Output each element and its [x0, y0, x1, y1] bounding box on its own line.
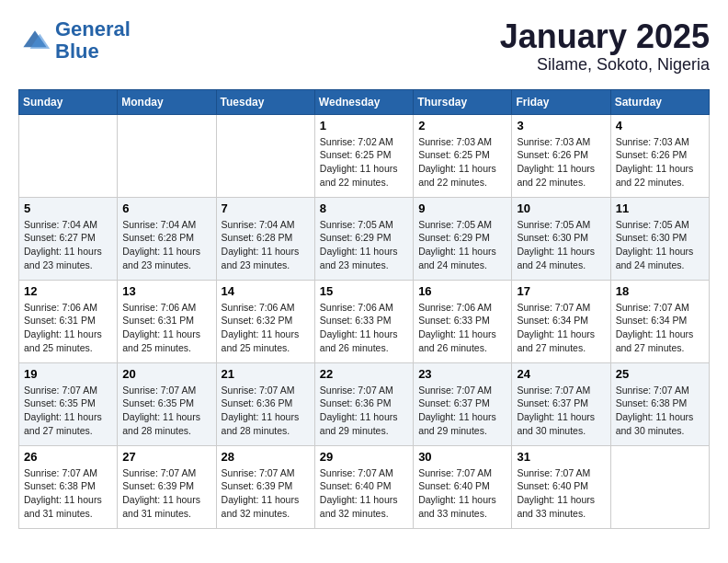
calendar-cell	[118, 114, 216, 197]
day-info: Sunrise: 7:07 AM Sunset: 6:36 PM Dayligh…	[320, 384, 408, 438]
day-number: 10	[517, 201, 605, 215]
day-info: Sunrise: 7:07 AM Sunset: 6:38 PM Dayligh…	[616, 384, 704, 438]
calendar-cell: 8Sunrise: 7:05 AM Sunset: 6:29 PM Daylig…	[314, 197, 413, 280]
calendar-subtitle: Silame, Sokoto, Nigeria	[500, 55, 710, 75]
day-number: 31	[517, 450, 605, 464]
day-info: Sunrise: 7:07 AM Sunset: 6:39 PM Dayligh…	[222, 466, 310, 521]
day-info: Sunrise: 7:06 AM Sunset: 6:33 PM Dayligh…	[418, 301, 506, 355]
day-info: Sunrise: 7:04 AM Sunset: 6:27 PM Dayligh…	[24, 218, 112, 272]
calendar-cell: 15Sunrise: 7:06 AM Sunset: 6:33 PM Dayli…	[314, 280, 413, 362]
day-number: 16	[418, 284, 506, 298]
calendar-cell	[216, 114, 314, 197]
calendar-week-3: 12Sunrise: 7:06 AM Sunset: 6:31 PM Dayli…	[19, 280, 710, 362]
day-info: Sunrise: 7:07 AM Sunset: 6:40 PM Dayligh…	[418, 466, 506, 521]
day-number: 3	[517, 119, 605, 132]
calendar-cell: 1Sunrise: 7:02 AM Sunset: 6:25 PM Daylig…	[314, 114, 413, 197]
day-info: Sunrise: 7:07 AM Sunset: 6:34 PM Dayligh…	[517, 301, 605, 355]
day-number: 28	[222, 450, 310, 464]
day-info: Sunrise: 7:07 AM Sunset: 6:35 PM Dayligh…	[122, 384, 210, 438]
calendar-cell: 22Sunrise: 7:07 AM Sunset: 6:36 PM Dayli…	[314, 362, 413, 445]
calendar-cell: 5Sunrise: 7:04 AM Sunset: 6:27 PM Daylig…	[19, 197, 118, 280]
day-number: 22	[320, 367, 408, 381]
day-info: Sunrise: 7:07 AM Sunset: 6:39 PM Dayligh…	[122, 466, 210, 521]
weekday-header-saturday: Saturday	[610, 89, 709, 114]
calendar-title: January 2025	[500, 18, 710, 55]
calendar-cell: 14Sunrise: 7:06 AM Sunset: 6:32 PM Dayli…	[216, 280, 314, 362]
day-info: Sunrise: 7:03 AM Sunset: 6:25 PM Dayligh…	[418, 135, 506, 190]
calendar-cell: 4Sunrise: 7:03 AM Sunset: 6:26 PM Daylig…	[610, 114, 709, 197]
day-info: Sunrise: 7:07 AM Sunset: 6:40 PM Dayligh…	[517, 466, 605, 521]
calendar-week-1: 1Sunrise: 7:02 AM Sunset: 6:25 PM Daylig…	[19, 114, 710, 197]
day-info: Sunrise: 7:07 AM Sunset: 6:37 PM Dayligh…	[418, 384, 506, 438]
calendar-cell: 17Sunrise: 7:07 AM Sunset: 6:34 PM Dayli…	[512, 280, 610, 362]
day-number: 26	[24, 450, 112, 464]
calendar-cell: 16Sunrise: 7:06 AM Sunset: 6:33 PM Dayli…	[414, 280, 512, 362]
day-number: 19	[24, 367, 112, 381]
day-number: 1	[320, 119, 408, 132]
calendar-header: SundayMondayTuesdayWednesdayThursdayFrid…	[19, 89, 710, 114]
day-number: 25	[616, 367, 704, 381]
calendar-cell: 24Sunrise: 7:07 AM Sunset: 6:37 PM Dayli…	[512, 362, 610, 445]
weekday-header-row: SundayMondayTuesdayWednesdayThursdayFrid…	[19, 89, 710, 114]
calendar-cell	[19, 114, 118, 197]
calendar-cell: 13Sunrise: 7:06 AM Sunset: 6:31 PM Dayli…	[118, 280, 216, 362]
day-info: Sunrise: 7:06 AM Sunset: 6:31 PM Dayligh…	[122, 301, 210, 355]
day-info: Sunrise: 7:02 AM Sunset: 6:25 PM Dayligh…	[320, 135, 408, 190]
day-number: 21	[222, 367, 310, 381]
day-info: Sunrise: 7:05 AM Sunset: 6:29 PM Dayligh…	[418, 218, 506, 272]
day-info: Sunrise: 7:07 AM Sunset: 6:36 PM Dayligh…	[222, 384, 310, 438]
day-number: 11	[616, 201, 704, 215]
day-number: 4	[616, 119, 704, 132]
day-info: Sunrise: 7:04 AM Sunset: 6:28 PM Dayligh…	[122, 218, 210, 272]
weekday-header-sunday: Sunday	[19, 89, 118, 114]
calendar-week-5: 26Sunrise: 7:07 AM Sunset: 6:38 PM Dayli…	[19, 445, 710, 528]
calendar-cell: 18Sunrise: 7:07 AM Sunset: 6:34 PM Dayli…	[610, 280, 709, 362]
calendar-cell: 21Sunrise: 7:07 AM Sunset: 6:36 PM Dayli…	[216, 362, 314, 445]
calendar-cell: 10Sunrise: 7:05 AM Sunset: 6:30 PM Dayli…	[512, 197, 610, 280]
day-number: 2	[418, 119, 506, 132]
day-number: 14	[222, 284, 310, 298]
calendar-body: 1Sunrise: 7:02 AM Sunset: 6:25 PM Daylig…	[19, 114, 710, 528]
weekday-header-wednesday: Wednesday	[314, 89, 413, 114]
calendar-cell: 7Sunrise: 7:04 AM Sunset: 6:28 PM Daylig…	[216, 197, 314, 280]
day-info: Sunrise: 7:07 AM Sunset: 6:38 PM Dayligh…	[24, 466, 112, 521]
day-number: 23	[418, 367, 506, 381]
day-info: Sunrise: 7:06 AM Sunset: 6:32 PM Dayligh…	[222, 301, 310, 355]
day-info: Sunrise: 7:03 AM Sunset: 6:26 PM Dayligh…	[517, 135, 605, 190]
calendar-cell: 23Sunrise: 7:07 AM Sunset: 6:37 PM Dayli…	[414, 362, 512, 445]
page-header: General Blue January 2025 Silame, Sokoto…	[18, 18, 710, 75]
day-info: Sunrise: 7:07 AM Sunset: 6:40 PM Dayligh…	[320, 466, 408, 521]
day-info: Sunrise: 7:06 AM Sunset: 6:31 PM Dayligh…	[24, 301, 112, 355]
day-number: 6	[122, 201, 210, 215]
calendar-cell: 19Sunrise: 7:07 AM Sunset: 6:35 PM Dayli…	[19, 362, 118, 445]
day-info: Sunrise: 7:07 AM Sunset: 6:34 PM Dayligh…	[616, 301, 704, 355]
weekday-header-monday: Monday	[118, 89, 216, 114]
weekday-header-friday: Friday	[512, 89, 610, 114]
day-number: 20	[122, 367, 210, 381]
day-info: Sunrise: 7:07 AM Sunset: 6:37 PM Dayligh…	[517, 384, 605, 438]
logo-blue: Blue	[55, 40, 99, 63]
calendar-cell: 30Sunrise: 7:07 AM Sunset: 6:40 PM Dayli…	[414, 445, 512, 528]
calendar-cell: 27Sunrise: 7:07 AM Sunset: 6:39 PM Dayli…	[118, 445, 216, 528]
logo: General Blue	[18, 18, 131, 63]
day-number: 7	[222, 201, 310, 215]
title-block: January 2025 Silame, Sokoto, Nigeria	[500, 18, 710, 75]
day-info: Sunrise: 7:06 AM Sunset: 6:33 PM Dayligh…	[320, 301, 408, 355]
weekday-header-thursday: Thursday	[414, 89, 512, 114]
day-number: 17	[517, 284, 605, 298]
day-number: 18	[616, 284, 704, 298]
day-info: Sunrise: 7:05 AM Sunset: 6:30 PM Dayligh…	[517, 218, 605, 272]
logo-general: General	[55, 17, 131, 40]
calendar-cell: 31Sunrise: 7:07 AM Sunset: 6:40 PM Dayli…	[512, 445, 610, 528]
calendar-cell: 20Sunrise: 7:07 AM Sunset: 6:35 PM Dayli…	[118, 362, 216, 445]
day-number: 27	[122, 450, 210, 464]
calendar-cell: 12Sunrise: 7:06 AM Sunset: 6:31 PM Dayli…	[19, 280, 118, 362]
day-info: Sunrise: 7:03 AM Sunset: 6:26 PM Dayligh…	[616, 135, 704, 190]
day-number: 29	[320, 450, 408, 464]
calendar-cell: 28Sunrise: 7:07 AM Sunset: 6:39 PM Dayli…	[216, 445, 314, 528]
day-number: 12	[24, 284, 112, 298]
logo-icon	[18, 24, 51, 57]
calendar-cell: 25Sunrise: 7:07 AM Sunset: 6:38 PM Dayli…	[610, 362, 709, 445]
calendar-cell: 6Sunrise: 7:04 AM Sunset: 6:28 PM Daylig…	[118, 197, 216, 280]
calendar-cell: 29Sunrise: 7:07 AM Sunset: 6:40 PM Dayli…	[314, 445, 413, 528]
